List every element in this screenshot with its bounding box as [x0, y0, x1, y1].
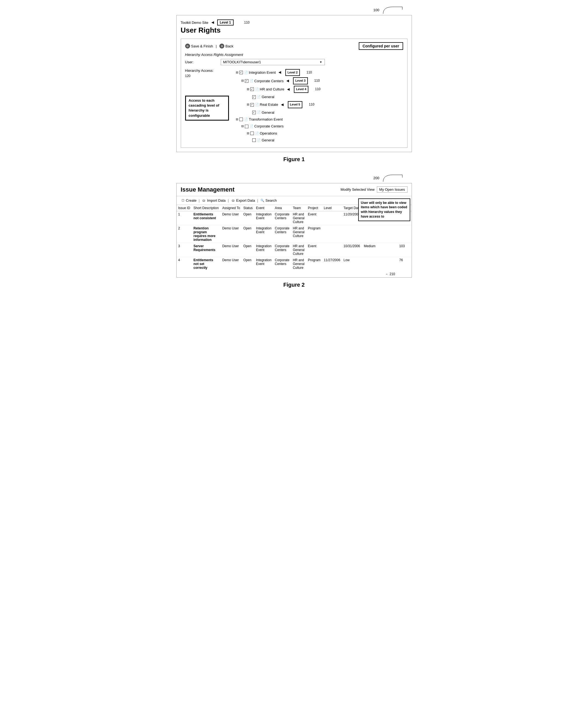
- doc-icon: 📄: [255, 87, 259, 92]
- ref-200: 200: [176, 173, 412, 183]
- separator: |: [257, 199, 258, 203]
- tree-checkbox[interactable]: [250, 131, 254, 135]
- tree-checkbox[interactable]: [250, 103, 254, 107]
- expand-icon[interactable]: ⊟: [247, 87, 249, 92]
- save-icon: ⚙: [185, 44, 190, 48]
- export-data-button[interactable]: 🗂 Export Data: [231, 199, 255, 203]
- user-input-group[interactable]: MITOOLKIT\demouser1 ▼: [221, 59, 325, 65]
- save-finish-button[interactable]: ⚙ Save & Finish: [185, 44, 213, 48]
- tree-checkbox[interactable]: [245, 79, 248, 83]
- cell-days: 103: [398, 243, 412, 257]
- tree-label: Corporate Centers: [254, 123, 284, 129]
- cell-assigned: Demo User: [220, 225, 241, 243]
- doc-icon: 📄: [244, 70, 248, 75]
- tree-item: ⊟ 📄 Operations: [247, 130, 403, 137]
- search-icon: 🔍: [260, 199, 265, 202]
- level-badge: Level 4: [294, 86, 308, 93]
- expand-icon[interactable]: ⊟: [241, 78, 244, 84]
- site-name-row: Toolkit Demo Site ◄ Level 1 110: [181, 19, 407, 25]
- expand-icon[interactable]: ⊟: [247, 102, 249, 107]
- dropdown-arrow-icon[interactable]: ▼: [320, 61, 322, 64]
- expand-icon[interactable]: ⊟: [236, 70, 238, 75]
- export-icon: 🗂: [231, 199, 235, 202]
- toolbar: ⚙ Save & Finish | ⚙ Back Configured per …: [185, 42, 403, 50]
- cell-short-desc: Retention program requires more informat…: [192, 225, 221, 243]
- search-button[interactable]: 🔍 Search: [260, 199, 277, 203]
- cell-short-desc: Entitlements not set correctly: [192, 257, 221, 271]
- tree-item: ⊟ 📄 Integration Event ◄ Level 2 110: [236, 68, 403, 77]
- user-label: User:: [185, 60, 218, 64]
- doc-icon: 📄: [257, 109, 261, 115]
- tree-checkbox[interactable]: [245, 125, 248, 128]
- cell-team: HR and General Culture: [291, 225, 306, 243]
- cell-area: Corporate Centers: [273, 243, 291, 257]
- ref-110: 110: [307, 69, 312, 76]
- cell-project: Event: [306, 211, 322, 225]
- expand-icon[interactable]: ⊟: [247, 131, 249, 136]
- cell-team: HR and General Culture: [291, 243, 306, 257]
- cell-status: Open: [242, 257, 254, 271]
- tree-item: 📄 General: [252, 94, 403, 100]
- cell-team: HR and General Culture: [291, 257, 306, 271]
- cell-id: 1: [177, 211, 192, 225]
- create-button[interactable]: ☐ Create: [181, 199, 197, 203]
- callout-annotation: User will only be able to view items whi…: [358, 199, 410, 221]
- cell-days: 76: [398, 257, 412, 271]
- tree-checkbox[interactable]: [252, 95, 256, 99]
- cell-target-date: Low: [342, 257, 362, 271]
- cell-target-date: 10/31/2006: [342, 243, 362, 257]
- level-badge: Level 5: [288, 101, 302, 108]
- site-title-group: Toolkit Demo Site ◄ Level 1 110 User Rig…: [181, 19, 407, 35]
- tree-label: Corporate Centers: [254, 78, 284, 84]
- cell-area: Corporate Centers: [273, 257, 291, 271]
- table-row: 3 Server Requirements Demo User Open Int…: [177, 243, 412, 257]
- tree-label: General: [262, 137, 274, 143]
- user-value: MITOOLKIT\demouser1: [223, 60, 320, 64]
- cell-status: Open: [242, 225, 254, 243]
- fig2-title: Issue Management: [181, 186, 235, 193]
- cell-status: Open: [242, 211, 254, 225]
- ref-120: 120: [185, 74, 191, 78]
- back-button[interactable]: ⚙ Back: [219, 44, 233, 48]
- tree-item: 📄 General: [252, 109, 403, 116]
- expand-icon[interactable]: ⊟: [236, 117, 238, 122]
- tree-label: Transformation Event: [249, 116, 283, 123]
- tree-label: Integration Event: [249, 69, 276, 76]
- cell-id: 4: [177, 257, 192, 271]
- ref-110: 110: [314, 78, 320, 84]
- tree-checkbox[interactable]: [250, 87, 254, 91]
- back-label: Back: [225, 44, 233, 48]
- view-value: My Open Issues: [377, 186, 407, 193]
- cell-id: 3: [177, 243, 192, 257]
- cell-project: Program: [306, 225, 322, 243]
- level-badge: Level 2: [286, 69, 300, 76]
- tree-label: General: [262, 94, 274, 100]
- import-data-button[interactable]: 🗂 Import Data: [202, 199, 226, 203]
- cell-target-date: [342, 225, 362, 243]
- doc-icon: 📄: [257, 138, 261, 143]
- tree-checkbox[interactable]: [252, 138, 256, 142]
- arrow-right-icon: ◄: [280, 101, 285, 109]
- cell-assigned: Demo User: [220, 257, 241, 271]
- table-row: 2 Retention program requires more inform…: [177, 225, 412, 243]
- level-badge: Level 3: [293, 77, 308, 84]
- tree-checkbox[interactable]: [252, 111, 256, 114]
- cell-days: [398, 225, 412, 243]
- section-title: Hierarchy Access Rights Assignment: [185, 53, 403, 57]
- expand-icon[interactable]: ⊟: [241, 124, 244, 129]
- cell-resolution: [379, 243, 398, 257]
- tree-checkbox[interactable]: [239, 71, 243, 74]
- figure-2-main-box: User will only be able to view items whi…: [176, 183, 412, 278]
- cell-id: 2: [177, 225, 192, 243]
- import-label: Import Data: [207, 199, 226, 203]
- cell-event: Integration Event: [254, 225, 273, 243]
- tree-checkbox[interactable]: [239, 118, 243, 121]
- tree-item: ⊟ 📄 Transformation Event: [236, 116, 403, 123]
- col-assigned-to: Assigned To: [220, 205, 241, 211]
- cell-resolution: [379, 225, 398, 243]
- doc-icon: 📄: [250, 78, 253, 84]
- arrow-right-icon: ◄: [286, 85, 291, 94]
- site-header: Toolkit Demo Site ◄ Level 1 110 User Rig…: [181, 19, 407, 35]
- tree-item: ⊟ 📄 HR and Culture ◄ Level 4 110: [247, 85, 403, 94]
- cell-assigned: Demo User: [220, 243, 241, 257]
